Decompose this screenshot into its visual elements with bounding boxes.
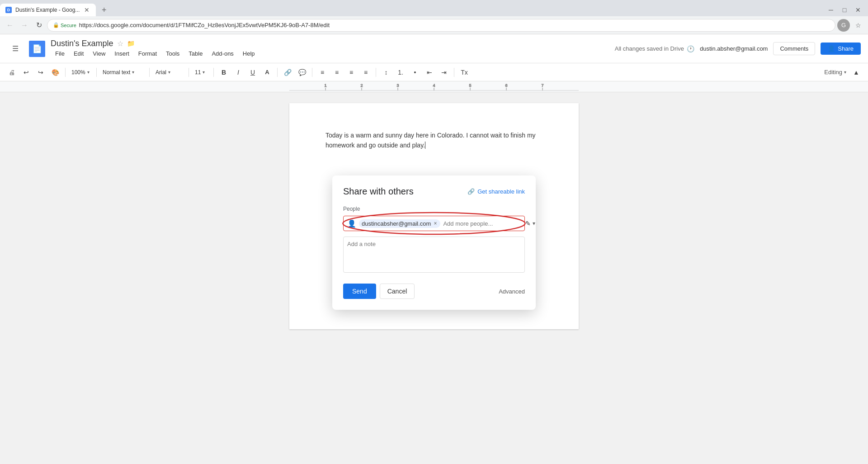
tab-close-button[interactable]: ✕: [83, 6, 90, 14]
content-area: Today is a warm and sunny day here in Co…: [0, 92, 868, 340]
editing-label: Editing: [824, 69, 842, 76]
people-icon: 👤: [828, 45, 835, 52]
menu-bar: File Edit View Insert Format Tools Table…: [51, 48, 606, 59]
svg-text:4: 4: [433, 83, 435, 88]
document-text: Today is a warm and sunny day here in Co…: [326, 132, 536, 149]
link-icon: 🔗: [467, 188, 475, 195]
underline-button[interactable]: U: [246, 66, 259, 79]
ruler-inner: 1 2 3 4 5 6 7: [289, 81, 579, 92]
zoom-arrow-icon: ▾: [87, 70, 90, 75]
add-people-input[interactable]: [443, 220, 519, 227]
chip-remove-button[interactable]: ×: [434, 220, 437, 227]
cancel-button[interactable]: Cancel: [380, 284, 415, 299]
insert-comment-button[interactable]: 💬: [296, 66, 308, 79]
align-left-button[interactable]: ≡: [316, 66, 329, 79]
profile-button[interactable]: G: [837, 19, 850, 32]
menu-help[interactable]: Help: [238, 48, 259, 59]
ruler-svg: 1 2 3 4 5 6 7: [289, 81, 579, 92]
doc-title-row: Dustin's Example ☆ 📁: [51, 39, 606, 48]
saved-status-text: All changes saved in Drive: [615, 45, 684, 52]
menu-format[interactable]: Format: [134, 48, 161, 59]
redo-button[interactable]: ↪: [34, 66, 47, 79]
menu-edit[interactable]: Edit: [69, 48, 88, 59]
tab-favicon: D: [5, 7, 12, 13]
menu-file[interactable]: File: [51, 48, 69, 59]
clear-formatting-button[interactable]: Tx: [458, 66, 471, 79]
hamburger-menu[interactable]: ☰: [7, 41, 24, 57]
reload-button[interactable]: ↻: [33, 19, 45, 32]
toolbar-separator-4: [189, 68, 189, 77]
bookmark-button[interactable]: ☆: [852, 19, 864, 32]
text-color-button[interactable]: A: [261, 66, 274, 79]
user-email: dustin.absher@gmail.com: [700, 45, 768, 52]
person-avatar-icon: 👤: [347, 219, 356, 228]
minimize-button[interactable]: ─: [825, 4, 837, 16]
close-window-button[interactable]: ✕: [852, 4, 864, 16]
url-text: https://docs.google.com/document/d/1FTMi…: [79, 22, 830, 28]
style-arrow-icon: ▾: [132, 70, 134, 75]
star-icon[interactable]: ☆: [117, 39, 123, 48]
footer-actions: Send Cancel: [343, 284, 415, 299]
docs-icon: 📄: [29, 41, 45, 57]
forward-button[interactable]: →: [18, 19, 31, 32]
zoom-select[interactable]: 100% ▾: [69, 66, 93, 78]
text-cursor: [425, 142, 425, 149]
toolbar-separator-6: [277, 68, 278, 77]
permissions-button[interactable]: ✎ ▾: [522, 218, 539, 229]
font-select[interactable]: Arial ▾: [153, 66, 185, 78]
bullet-list-button[interactable]: •: [409, 66, 421, 79]
align-center-button[interactable]: ≡: [330, 66, 343, 79]
align-right-button[interactable]: ≡: [345, 66, 358, 79]
collapse-toolbar-button[interactable]: ▲: [850, 66, 863, 79]
docs-logo: 📄: [32, 44, 42, 54]
menu-insert[interactable]: Insert: [110, 48, 134, 59]
tab-bar: D Dustin's Example - Goog... ✕ + ─ □ ✕: [0, 0, 868, 16]
svg-text:2: 2: [360, 83, 363, 88]
increase-indent-button[interactable]: ⇥: [438, 66, 450, 79]
numbered-list-button[interactable]: 1.: [394, 66, 407, 79]
maximize-button[interactable]: □: [838, 4, 851, 16]
undo-button[interactable]: ↩: [20, 66, 33, 79]
address-bar[interactable]: 🔒 Secure https://docs.google.com/documen…: [47, 19, 835, 32]
lock-icon: 🔒: [53, 22, 59, 28]
people-label: People: [343, 206, 525, 212]
browser-chrome: D Dustin's Example - Goog... ✕ + ─ □ ✕ ←…: [0, 0, 868, 34]
menu-table[interactable]: Table: [184, 48, 207, 59]
new-tab-button[interactable]: +: [98, 4, 110, 16]
editing-indicator: Editing ▾: [824, 69, 846, 76]
active-tab[interactable]: D Dustin's Example - Goog... ✕: [0, 4, 96, 16]
tab-title: Dustin's Example - Goog...: [15, 7, 80, 13]
bold-button[interactable]: B: [217, 66, 230, 79]
font-size-select[interactable]: 11 ▾: [193, 66, 210, 78]
comments-button[interactable]: Comments: [773, 42, 815, 55]
toolbar-separator-5: [213, 68, 214, 77]
svg-text:3: 3: [396, 83, 399, 88]
send-button[interactable]: Send: [343, 284, 376, 299]
decrease-indent-button[interactable]: ⇤: [423, 66, 436, 79]
saved-status: All changes saved in Drive 🕐: [615, 45, 694, 52]
menu-view[interactable]: View: [88, 48, 110, 59]
doc-title[interactable]: Dustin's Example: [51, 39, 113, 48]
folder-icon[interactable]: 📁: [127, 40, 135, 47]
align-justify-button[interactable]: ≡: [359, 66, 372, 79]
paint-format-button[interactable]: 🎨: [49, 66, 61, 79]
menu-addons[interactable]: Add-ons: [207, 48, 238, 59]
style-select[interactable]: Normal text ▾: [100, 66, 146, 78]
get-shareable-link-button[interactable]: 🔗 Get shareable link: [467, 188, 525, 195]
note-textarea[interactable]: [343, 237, 525, 273]
menu-tools[interactable]: Tools: [161, 48, 184, 59]
people-input-area[interactable]: 👤 dustincabsher@gmail.com × ✎ ▾: [343, 216, 525, 231]
print-button[interactable]: 🖨: [5, 66, 18, 79]
line-spacing-button[interactable]: ↕: [380, 66, 392, 79]
insert-link-button[interactable]: 🔗: [281, 66, 294, 79]
italic-button[interactable]: I: [232, 66, 245, 79]
document-page[interactable]: Today is a warm and sunny day here in Co…: [289, 103, 579, 329]
chip-email: dustincabsher@gmail.com: [362, 220, 431, 227]
advanced-button[interactable]: Advanced: [499, 288, 525, 295]
svg-text:1: 1: [324, 83, 326, 88]
share-button[interactable]: 👤 Share: [821, 43, 861, 55]
toolbar-separator-7: [312, 68, 312, 77]
dialog-footer: Send Cancel Advanced: [343, 284, 525, 299]
document-body[interactable]: Today is a warm and sunny day here in Co…: [326, 130, 542, 151]
back-button[interactable]: ←: [4, 19, 16, 32]
